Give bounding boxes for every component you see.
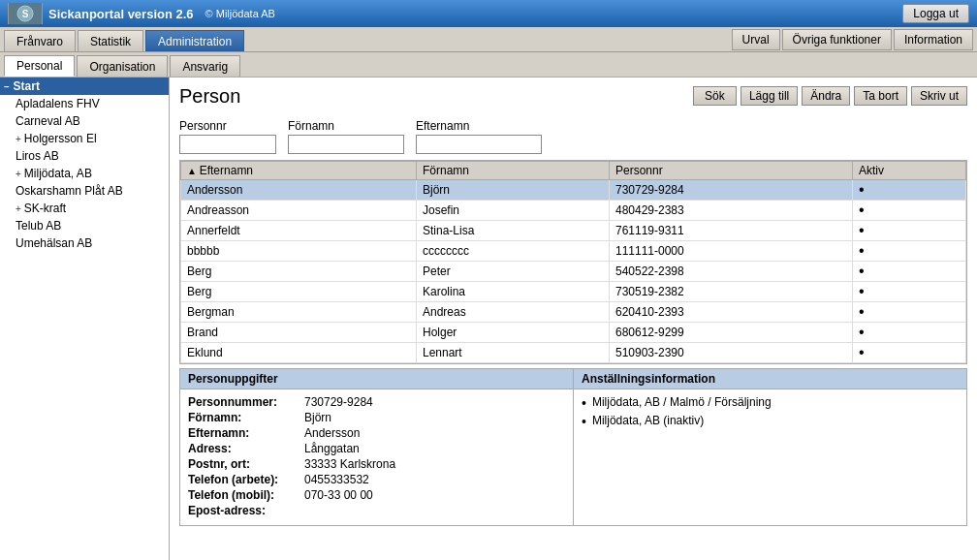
nav-tab-administration[interactable]: Administration bbox=[145, 30, 244, 51]
table-row[interactable]: BergmanAndreas620410-2393• bbox=[181, 302, 966, 323]
collapse-icon: – bbox=[4, 81, 10, 92]
detail-field-row: Postnr, ort:33333 Karlskrona bbox=[188, 457, 565, 471]
nav-tab-franvaro[interactable]: Frånvaro bbox=[4, 30, 76, 51]
sub-tab-organisation[interactable]: Organisation bbox=[77, 55, 168, 77]
sidebar-item-umehälsan[interactable]: Umehälsan AB bbox=[0, 234, 169, 252]
sidebar-item-liros[interactable]: Liros AB bbox=[0, 147, 169, 165]
table-row[interactable]: AnderssonBjörn730729-9284• bbox=[181, 180, 966, 201]
sidebar-item-carneval[interactable]: Carneval AB bbox=[0, 112, 169, 130]
efternamn-label: Efternamn bbox=[416, 119, 542, 133]
expand-icon-miljodata: + bbox=[16, 169, 21, 179]
app-title: Sickanportal version 2.6 bbox=[48, 7, 194, 21]
sidebar-item-sk-kraft[interactable]: +SK-kraft bbox=[0, 200, 169, 217]
table-row[interactable]: AnnerfeldtStina-Lisa761119-9311• bbox=[181, 221, 966, 241]
efternamn-input[interactable] bbox=[416, 135, 542, 154]
personnr-group: Personnr bbox=[179, 119, 276, 154]
detail-field-row: Efternamn:Andersson bbox=[188, 426, 565, 440]
employment-item: •Miljödata, AB (inaktiv) bbox=[582, 414, 959, 429]
table-row[interactable]: AndreassonJosefin480429-2383• bbox=[181, 201, 966, 221]
content-area: – Start Apladalens FHV Carneval AB +Holg… bbox=[0, 78, 977, 560]
col-header-aktiv[interactable]: Aktiv bbox=[853, 162, 966, 180]
fornamn-input[interactable] bbox=[288, 135, 404, 154]
sub-tab-ansvarig[interactable]: Ansvarig bbox=[170, 55, 240, 77]
table-row[interactable]: BergPeter540522-2398• bbox=[181, 262, 966, 282]
page-title: Person bbox=[179, 85, 240, 108]
personnr-input[interactable] bbox=[179, 135, 276, 154]
detail-field-row: Telefon (mobil):070-33 00 00 bbox=[188, 488, 565, 502]
detail-field-row: Personnummer:730729-9284 bbox=[188, 395, 565, 409]
detail-header: Personuppgifter Anställningsinformation bbox=[180, 369, 966, 389]
sidebar-item-apladalens[interactable]: Apladalens FHV bbox=[0, 95, 169, 112]
svg-text:S: S bbox=[22, 9, 29, 19]
app-logo: S bbox=[8, 3, 43, 24]
col-header-personnr[interactable]: Personnr bbox=[609, 162, 852, 180]
efternamn-group: Efternamn bbox=[416, 119, 542, 154]
col-header-efternamn[interactable]: Efternamn bbox=[181, 162, 417, 180]
title-bar: S Sickanportal version 2.6 © Miljödata A… bbox=[0, 0, 977, 27]
sok-button[interactable]: Sök bbox=[693, 86, 737, 106]
employment-item: •Miljödata, AB / Malmö / Försäljning bbox=[582, 395, 959, 411]
sidebar-item-oskarshamn[interactable]: Oskarshamn Plåt AB bbox=[0, 182, 169, 200]
personnr-label: Personnr bbox=[179, 119, 276, 133]
main-panel: Person Sök Lägg till Ändra Ta bort Skriv… bbox=[170, 78, 977, 560]
urval-button[interactable]: Urval bbox=[732, 29, 780, 50]
expand-icon: + bbox=[16, 134, 21, 144]
information-button[interactable]: Information bbox=[894, 29, 973, 50]
lagg-till-button[interactable]: Lägg till bbox=[741, 86, 798, 106]
logga-ut-button[interactable]: Logga ut bbox=[902, 4, 969, 23]
table-row[interactable]: BergKarolina730519-2382• bbox=[181, 282, 966, 302]
detail-field-row: Telefon (arbete):0455333532 bbox=[188, 473, 565, 486]
person-table: Efternamn Förnamn Personnr Aktiv Anderss… bbox=[180, 161, 966, 363]
fornamn-label: Förnamn bbox=[288, 119, 404, 133]
sidebar-item-miljodata[interactable]: +Miljödata, AB bbox=[0, 165, 169, 182]
col-header-fornamn[interactable]: Förnamn bbox=[416, 162, 609, 180]
fornamn-group: Förnamn bbox=[288, 119, 404, 154]
nav-tab-statistik[interactable]: Statistik bbox=[78, 30, 143, 51]
detail-right: •Miljödata, AB / Malmö / Försäljning•Mil… bbox=[574, 389, 966, 525]
sub-tab-personal[interactable]: Personal bbox=[4, 55, 75, 77]
table-row[interactable]: EklundLennart510903-2390• bbox=[181, 343, 966, 363]
sidebar: – Start Apladalens FHV Carneval AB +Holg… bbox=[0, 78, 170, 560]
detail-section: Personuppgifter Anställningsinformation … bbox=[179, 368, 967, 526]
sidebar-item-start[interactable]: – Start bbox=[0, 78, 169, 95]
detail-left: Personnummer:730729-9284Förnamn:BjörnEft… bbox=[180, 389, 574, 525]
sub-nav: Personal Organisation Ansvarig bbox=[0, 52, 977, 78]
expand-icon-sk-kraft: + bbox=[16, 203, 21, 214]
sidebar-item-holgersson[interactable]: +Holgersson El bbox=[0, 130, 169, 147]
detail-field-row: Epost-adress: bbox=[188, 504, 565, 517]
sidebar-item-telub[interactable]: Telub AB bbox=[0, 217, 169, 234]
person-table-wrapper: Efternamn Förnamn Personnr Aktiv Anderss… bbox=[179, 160, 967, 364]
table-row[interactable]: BrandHolger680612-9299• bbox=[181, 323, 966, 343]
detail-body: Personnummer:730729-9284Förnamn:BjörnEft… bbox=[180, 389, 966, 525]
search-form: Personnr Förnamn Efternamn bbox=[179, 119, 967, 154]
table-row[interactable]: bbbbbcccccccc111111-0000• bbox=[181, 241, 966, 262]
detail-field-row: Adress:Långgatan bbox=[188, 442, 565, 455]
action-bar: Sök Lägg till Ändra Ta bort Skriv ut bbox=[693, 86, 967, 106]
detail-left-header: Personuppgifter bbox=[180, 369, 574, 389]
andra-button[interactable]: Ändra bbox=[802, 86, 850, 106]
detail-field-row: Förnamn:Björn bbox=[188, 411, 565, 424]
main-nav: Frånvaro Statistik Administration Urval … bbox=[0, 27, 977, 52]
detail-right-header: Anställningsinformation bbox=[574, 369, 966, 389]
skriv-ut-button[interactable]: Skriv ut bbox=[911, 86, 967, 106]
ovriga-funktioner-button[interactable]: Övriga funktioner bbox=[782, 29, 892, 50]
copyright-text: © Miljödata AB bbox=[205, 8, 275, 19]
ta-bort-button[interactable]: Ta bort bbox=[854, 86, 907, 106]
